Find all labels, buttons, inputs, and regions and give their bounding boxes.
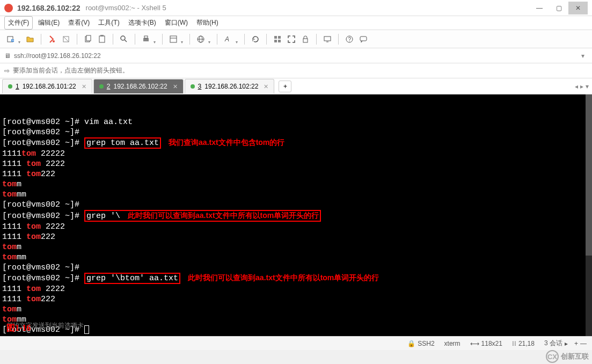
transfer-icon[interactable] bbox=[321, 33, 334, 46]
svg-rect-20 bbox=[274, 36, 277, 39]
tab-label-rest: 192.168.26.101:22 bbox=[23, 83, 76, 90]
menu-bar: 文件(F) 编辑(E) 查看(V) 工具(T) 选项卡(B) 窗口(W) 帮助(… bbox=[0, 16, 592, 30]
window-title: 192.168.26.102:22 bbox=[17, 4, 81, 12]
host-icon: 🖥 bbox=[4, 52, 11, 60]
figure-label: 图1-16 bbox=[6, 323, 31, 333]
toolbar: + A ? bbox=[0, 30, 592, 48]
title-bar: 192.168.26.102:22 root@vms002:~ - Xshell… bbox=[0, 0, 592, 16]
disconnect-icon[interactable] bbox=[60, 33, 72, 46]
svg-rect-21 bbox=[278, 36, 281, 39]
address-url[interactable]: ssh://root@192.168.26.102:22 bbox=[14, 52, 575, 60]
scrollbar[interactable] bbox=[586, 94, 592, 336]
menu-tools[interactable]: 工具(T) bbox=[95, 17, 122, 29]
menu-file[interactable]: 文件(F) bbox=[4, 16, 33, 30]
close-button[interactable]: ✕ bbox=[568, 2, 588, 14]
font-icon[interactable]: A bbox=[222, 33, 235, 46]
status-dot-icon bbox=[99, 84, 104, 89]
svg-point-10 bbox=[121, 36, 125, 40]
status-size: ⟷118x21 bbox=[470, 340, 502, 347]
copy-icon[interactable] bbox=[82, 33, 94, 46]
tab-label-rest: 192.168.26.102:22 bbox=[204, 83, 258, 90]
tab-label: 2 bbox=[107, 83, 111, 90]
maximize-button[interactable]: ▢ bbox=[549, 2, 568, 14]
status-sessions: 3 会话▸+— bbox=[544, 339, 587, 348]
status-dot-icon bbox=[191, 84, 195, 89]
info-text: 要添加当前会话，点击左侧的箭头按钮。 bbox=[13, 66, 129, 75]
app-icon bbox=[4, 4, 13, 12]
watermark-logo: CX 创新互联 bbox=[546, 350, 589, 363]
chat-icon[interactable] bbox=[357, 33, 370, 46]
svg-rect-29 bbox=[360, 37, 367, 41]
status-dot-icon bbox=[8, 84, 12, 89]
help-icon[interactable]: ? bbox=[343, 33, 356, 46]
session-tab-0[interactable]: 1 192.168.26.101:22✕ bbox=[2, 79, 92, 93]
refresh-icon[interactable] bbox=[249, 33, 262, 46]
menu-help[interactable]: 帮助(H) bbox=[193, 17, 222, 29]
properties-icon[interactable] bbox=[167, 33, 180, 46]
svg-rect-25 bbox=[324, 37, 331, 41]
tab-bar: 1 192.168.26.101:22✕2 192.168.26.102:22✕… bbox=[0, 78, 592, 94]
session-tab-1[interactable]: 2 192.168.26.102:22✕ bbox=[93, 79, 184, 93]
open-icon[interactable] bbox=[24, 33, 36, 46]
svg-rect-23 bbox=[278, 40, 281, 42]
tab-label: 3 bbox=[198, 83, 202, 90]
reconnect-icon[interactable] bbox=[46, 33, 59, 46]
svg-rect-22 bbox=[274, 40, 277, 42]
fullscreen-icon[interactable] bbox=[285, 33, 298, 46]
terminal[interactable]: [root@vms002 ~]# vim aa.txt[root@vms002 … bbox=[0, 94, 592, 336]
tab-close-icon[interactable]: ✕ bbox=[173, 83, 178, 90]
tab-close-icon[interactable]: ✕ bbox=[82, 83, 86, 90]
tab-nav[interactable]: ◂▸▾ bbox=[572, 83, 592, 90]
menu-window[interactable]: 窗口(W) bbox=[162, 17, 191, 29]
scrollbar-thumb[interactable] bbox=[586, 94, 592, 256]
menu-tabs[interactable]: 选项卡(B) bbox=[125, 17, 159, 29]
lock-icon[interactable] bbox=[299, 33, 312, 46]
tab-add-button[interactable]: + bbox=[279, 81, 291, 92]
tab-label: 1 bbox=[16, 83, 19, 90]
svg-point-3 bbox=[53, 40, 55, 42]
paste-icon[interactable] bbox=[96, 33, 108, 46]
minimize-button[interactable]: — bbox=[530, 2, 549, 14]
status-protocol: 🔒SSH2 bbox=[407, 340, 434, 347]
svg-rect-13 bbox=[144, 36, 148, 38]
layout-icon[interactable] bbox=[271, 33, 284, 46]
svg-text:+: + bbox=[12, 39, 14, 42]
status-bar: 🔒SSH2 xterm ⟷118x21 ⁞⁞21,18 3 会话▸+— CX 创… bbox=[0, 336, 592, 350]
info-bar: ⇨ 要添加当前会话，点击左侧的箭头按钮。 bbox=[0, 63, 592, 78]
session-tab-2[interactable]: 3 192.168.26.102:22✕ bbox=[185, 79, 275, 93]
menu-view[interactable]: 查看(V) bbox=[65, 17, 93, 29]
svg-rect-24 bbox=[303, 39, 308, 42]
new-session-icon[interactable]: + bbox=[4, 33, 17, 46]
tab-close-icon[interactable]: ✕ bbox=[264, 83, 268, 90]
svg-rect-7 bbox=[86, 35, 91, 41]
tab-label-rest: 192.168.26.102:22 bbox=[113, 83, 167, 90]
svg-text:?: ? bbox=[348, 37, 352, 42]
globe-icon[interactable] bbox=[194, 33, 207, 46]
status-pos: ⁞⁞21,18 bbox=[512, 340, 535, 347]
svg-line-5 bbox=[63, 37, 69, 42]
search-icon[interactable] bbox=[118, 33, 130, 46]
window-subtitle: root@vms002:~ - Xshell 5 bbox=[86, 4, 166, 12]
svg-rect-8 bbox=[99, 36, 105, 42]
svg-text:A: A bbox=[224, 35, 229, 43]
info-arrow-icon[interactable]: ⇨ bbox=[4, 67, 10, 75]
svg-rect-12 bbox=[143, 38, 149, 41]
address-dropdown-icon[interactable]: ▾ bbox=[578, 52, 588, 60]
menu-edit[interactable]: 编辑(E) bbox=[35, 17, 63, 29]
status-term: xterm bbox=[444, 340, 461, 347]
print-icon[interactable] bbox=[140, 33, 152, 46]
svg-line-11 bbox=[125, 40, 127, 42]
svg-rect-9 bbox=[100, 35, 104, 37]
address-bar: 🖥 ssh://root@192.168.26.102:22 ▾ bbox=[0, 48, 592, 63]
svg-rect-14 bbox=[170, 36, 177, 42]
